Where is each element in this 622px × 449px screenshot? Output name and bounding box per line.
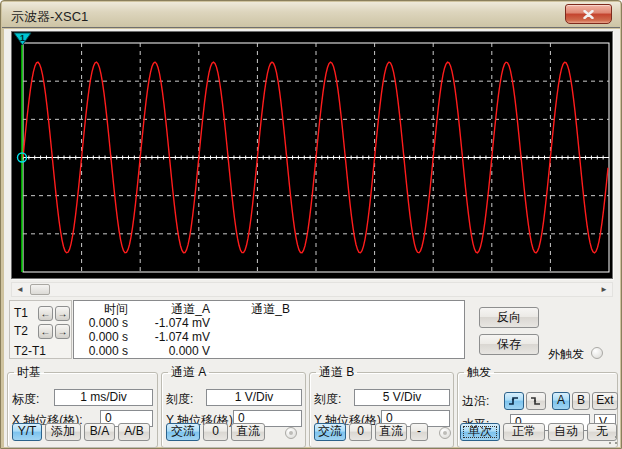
t1-time: 0.000 s bbox=[74, 316, 130, 330]
close-icon bbox=[583, 10, 594, 19]
trigger-single-button[interactable]: 单次 bbox=[460, 423, 500, 441]
timebase-scale-label: 标度: bbox=[12, 391, 39, 408]
reverse-button[interactable]: 反向 bbox=[479, 307, 539, 328]
t1-channel-a: -1.074 mV bbox=[130, 316, 212, 330]
trigger-source-b-button[interactable]: B bbox=[572, 392, 590, 410]
t2-right-button[interactable]: → bbox=[55, 324, 70, 339]
client-area: 1 ◄ ► T1 ← → T2 ← → T2-T1 bbox=[4, 29, 620, 447]
rising-edge-icon bbox=[508, 395, 520, 407]
cursor-panel: T1 ← → T2 ← → T2-T1 bbox=[9, 300, 72, 359]
timebase-legend: 时基 bbox=[14, 364, 44, 381]
trigger-group: 触发 边沿: A B Ext 水平: bbox=[457, 364, 618, 448]
channel-a-input-terminal[interactable] bbox=[285, 427, 297, 439]
mode-yt-button[interactable]: Y/T bbox=[12, 423, 42, 441]
timebase-group: 时基 标度: 1 ms/Div X 轴位移(格): 0 Y/T 添加 B/A A… bbox=[7, 364, 158, 448]
channel-b-scale-label: 刻度: bbox=[314, 391, 341, 408]
channel-a-dc-button[interactable]: 直流 bbox=[231, 423, 265, 441]
channel-b-legend: 通道 B bbox=[316, 364, 357, 381]
t2-channel-b bbox=[212, 330, 292, 344]
oscilloscope-window: 示波器-XSC1 1 ◄ ► bbox=[0, 0, 622, 449]
cursor1-label: 1 bbox=[20, 33, 25, 43]
scroll-right-icon[interactable]: ► bbox=[596, 283, 612, 296]
channel-b-input-terminal[interactable] bbox=[439, 427, 451, 439]
trigger-normal-button[interactable]: 正常 bbox=[503, 423, 545, 441]
channel-a-ac-button[interactable]: 交流 bbox=[166, 423, 200, 441]
t2-label: T2 bbox=[14, 324, 36, 338]
t2-time: 0.000 s bbox=[74, 330, 130, 344]
ext-trigger-terminal[interactable] bbox=[591, 347, 603, 359]
window-title: 示波器-XSC1 bbox=[11, 8, 88, 26]
col-header-channel-b: 通道_B bbox=[212, 302, 292, 316]
channel-a-legend: 通道 A bbox=[168, 364, 209, 381]
ext-trigger-label: 外触发 bbox=[548, 346, 584, 363]
trigger-source-ext-button[interactable]: Ext bbox=[592, 392, 618, 410]
channel-a-scale-value[interactable]: 1 V/Div bbox=[206, 389, 302, 406]
channel-a-group: 通道 A 刻度: 1 V/Div Y 轴位移(格): 0 交流 0 直流 bbox=[161, 364, 306, 448]
falling-edge-icon bbox=[530, 395, 542, 407]
channel-b-scale-value[interactable]: 5 V/Div bbox=[354, 389, 450, 406]
channel-b-dc-button[interactable]: 直流 bbox=[375, 423, 407, 441]
falling-edge-button[interactable] bbox=[526, 392, 546, 410]
t2-left-button[interactable]: ← bbox=[38, 324, 53, 339]
scope-graticule: 1 bbox=[12, 32, 614, 280]
trigger-source-a-button[interactable]: A bbox=[552, 392, 570, 410]
t1-right-button[interactable]: → bbox=[55, 306, 70, 321]
mode-ba-button[interactable]: B/A bbox=[84, 423, 115, 441]
measurement-table: 时间 通道_A 通道_B 0.000 s -1.074 mV 0.000 s -… bbox=[73, 300, 465, 359]
mode-add-button[interactable]: 添加 bbox=[45, 423, 81, 441]
col-header-channel-a: 通道_A bbox=[130, 302, 212, 316]
channel-b-group: 通道 B 刻度: 5 V/Div Y 轴位移(格): 0 交流 0 直流 - bbox=[309, 364, 454, 448]
channel-b-zero-button[interactable]: 0 bbox=[349, 423, 372, 441]
rising-edge-button[interactable] bbox=[504, 392, 524, 410]
save-button[interactable]: 保存 bbox=[479, 334, 539, 355]
resize-grip[interactable] bbox=[607, 434, 619, 446]
timebase-scale-value[interactable]: 1 ms/Div bbox=[54, 389, 153, 406]
t1-channel-b bbox=[212, 316, 292, 330]
t2t1-time: 0.000 s bbox=[74, 344, 130, 358]
channel-b-minus-button[interactable]: - bbox=[410, 423, 428, 441]
t2-channel-a: -1.074 mV bbox=[130, 330, 212, 344]
close-button[interactable] bbox=[565, 4, 612, 24]
scope-display: 1 bbox=[11, 31, 613, 279]
trigger-auto-button[interactable]: 自动 bbox=[548, 423, 584, 441]
mode-ab-button[interactable]: A/B bbox=[118, 423, 150, 441]
t2t1-channel-a: 0.000 V bbox=[130, 344, 212, 358]
titlebar[interactable]: 示波器-XSC1 bbox=[2, 2, 620, 28]
t2t1-label: T2-T1 bbox=[14, 344, 46, 358]
trigger-legend: 触发 bbox=[464, 364, 494, 381]
channel-a-zero-button[interactable]: 0 bbox=[203, 423, 228, 441]
scroll-thumb[interactable] bbox=[30, 284, 50, 295]
trigger-edge-label: 边沿: bbox=[462, 393, 489, 410]
scope-scrollbar[interactable]: ◄ ► bbox=[11, 282, 613, 297]
t2t1-channel-b bbox=[212, 344, 292, 358]
col-header-time: 时间 bbox=[74, 302, 130, 316]
t1-left-button[interactable]: ← bbox=[38, 306, 53, 321]
channel-b-ac-button[interactable]: 交流 bbox=[314, 423, 346, 441]
scroll-left-icon[interactable]: ◄ bbox=[12, 283, 28, 296]
t1-label: T1 bbox=[14, 306, 36, 320]
channel-a-scale-label: 刻度: bbox=[166, 391, 193, 408]
